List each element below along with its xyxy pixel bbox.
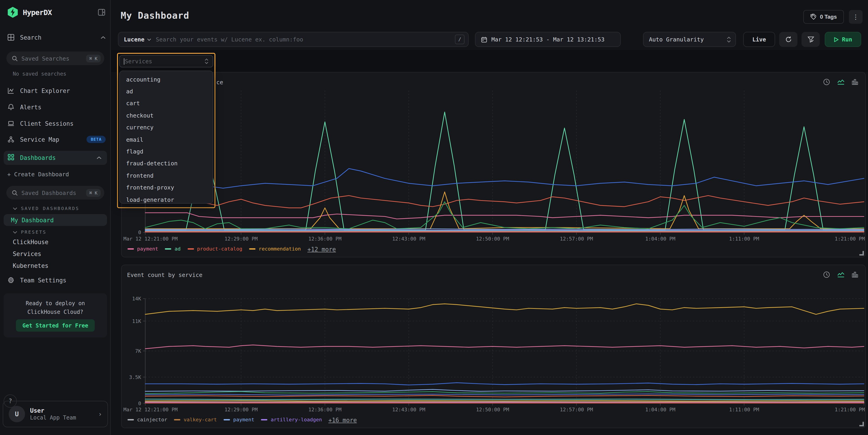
bar-chart-toggle-icon[interactable] [851, 271, 859, 279]
legend-item: ad [165, 246, 181, 252]
bell-icon [7, 103, 14, 111]
service-option[interactable]: email [120, 133, 213, 146]
legend-item: valkey-cart [174, 417, 217, 423]
event-search-input[interactable] [156, 36, 451, 43]
saved-searches-search[interactable]: ⌘ K [6, 52, 104, 65]
svg-text:Mar 12 12:21:00 PM: Mar 12 12:21:00 PM [123, 407, 178, 412]
sidebar-item-service-map[interactable]: Service Map BETA [7, 134, 106, 145]
legend-item: payment [127, 246, 158, 252]
preset-dashboard-link[interactable]: ClickHouse [13, 239, 49, 246]
sidebar: HyperDX Search ⌘ K No saved searches Cha… [0, 0, 111, 435]
sidebar-item-alerts[interactable]: Alerts [7, 101, 106, 113]
panel-resize-handle[interactable] [859, 422, 864, 426]
section-saved-dashboards[interactable]: SAVED DASHBOARDS [13, 206, 80, 211]
dashboards-icon [7, 154, 14, 162]
saved-dashboards-input[interactable] [22, 189, 83, 196]
service-option[interactable]: fraud-detection [120, 157, 213, 169]
line-chart-toggle-icon[interactable] [837, 79, 845, 86]
chart-panel-latency-by-service: 0Mar 12 12:21:00 PM12:29:00 PM12:36:00 P… [121, 72, 866, 257]
line-chart-toggle-icon[interactable] [837, 271, 845, 279]
dashboard-menu-button[interactable]: ⋮ [849, 10, 863, 24]
run-button[interactable]: Run [825, 32, 861, 47]
legend-more-link[interactable]: +16 more [328, 417, 357, 424]
time-range-value: Mar 12 12:21:53 - Mar 12 13:21:53 [491, 36, 604, 43]
svg-text:1:21:00 PM: 1:21:00 PM [835, 236, 865, 242]
promo-text: Ready to deploy on ClickHouse Cloud? [4, 293, 107, 316]
svg-text:1:11:00 PM: 1:11:00 PM [729, 236, 759, 242]
legend-item: artillery-loadgen [261, 417, 322, 423]
service-option[interactable]: load-generator [120, 194, 213, 204]
chart-legend: payment ad product-catalog recommendatio… [127, 246, 301, 252]
granularity-value: Auto Granularity [649, 36, 704, 43]
panel-title: Event count by service [127, 272, 203, 278]
sidebar-collapse-icon[interactable] [97, 8, 106, 17]
bar-chart-toggle-icon[interactable] [851, 79, 859, 86]
search-icon [12, 55, 18, 61]
svg-text:1:11:00 PM: 1:11:00 PM [729, 407, 759, 412]
legend-label: payment [233, 417, 254, 423]
service-option[interactable]: ad [120, 85, 213, 97]
sidebar-item-client-sessions[interactable]: Client Sessions [7, 118, 106, 129]
service-option[interactable]: frontend-proxy [120, 182, 213, 194]
legend-more-link[interactable]: +12 more [307, 246, 336, 253]
event-search-bar: Lucene / [118, 32, 469, 47]
chevron-down-icon [147, 38, 151, 41]
no-saved-searches-text: No saved searches [13, 71, 66, 77]
service-option[interactable]: flagd [120, 146, 213, 158]
query-language-select[interactable]: Lucene [124, 36, 151, 43]
user-menu[interactable]: U User Local App Team › [3, 401, 108, 427]
time-range-picker[interactable]: Mar 12 12:21:53 - Mar 12 13:21:53 [475, 32, 621, 47]
sidebar-item-label: Search [20, 34, 41, 41]
saved-searches-input[interactable] [22, 55, 83, 62]
chart-explorer-icon [7, 87, 14, 95]
search-grid-icon [7, 33, 14, 41]
services-placeholder: Services [125, 58, 205, 65]
search-icon [12, 190, 18, 196]
legend-swatch [127, 248, 134, 250]
legend-item: cainjector [127, 417, 167, 423]
preset-dashboard-link[interactable]: Kubernetes [13, 262, 49, 269]
svg-text:12:57:00 PM: 12:57:00 PM [560, 236, 593, 242]
service-option[interactable]: checkout [120, 109, 213, 121]
text-caret [124, 58, 124, 64]
beta-badge: BETA [87, 136, 106, 143]
service-option[interactable]: accounting [120, 73, 213, 85]
chevron-updown-icon [727, 36, 731, 42]
sidebar-item-label: Service Map [20, 136, 59, 143]
clock-icon[interactable] [823, 271, 831, 279]
legend-label: ad [175, 246, 181, 252]
service-option[interactable]: cart [120, 97, 213, 110]
sidebar-item-dashboards[interactable]: Dashboards [4, 151, 107, 165]
tags-button[interactable]: 0 Tags [803, 10, 844, 24]
section-presets[interactable]: PRESETS [13, 229, 46, 235]
service-map-icon [7, 135, 14, 143]
filter-button[interactable] [802, 32, 820, 47]
chevron-updown-icon [205, 58, 209, 64]
kebab-icon: ⋮ [852, 13, 859, 21]
panel-title-fragment: ce [216, 79, 223, 86]
chart-panel-event-count-by-service: 03.5K7K11K14KMar 12 12:21:00 PM12:29:00 … [121, 265, 866, 428]
live-button[interactable]: Live [743, 32, 775, 47]
sidebar-item-search[interactable]: Search [7, 32, 106, 43]
clock-icon[interactable] [823, 79, 831, 86]
sidebar-item-chart-explorer[interactable]: Chart Explorer [7, 85, 106, 96]
legend-swatch [165, 248, 172, 250]
services-select[interactable]: Services [119, 55, 213, 67]
granularity-select[interactable]: Auto Granularity [643, 32, 736, 47]
sidebar-item-label: Chart Explorer [20, 87, 70, 94]
service-option[interactable]: currency [120, 121, 213, 133]
saved-dashboards-search[interactable]: ⌘ K [6, 186, 104, 199]
get-started-button[interactable]: Get Started for Free [16, 319, 95, 332]
svg-text:1:04:00 PM: 1:04:00 PM [645, 236, 675, 242]
refresh-button[interactable] [779, 32, 798, 47]
preset-dashboard-link[interactable]: Services [13, 251, 41, 257]
svg-text:12:29:00 PM: 12:29:00 PM [224, 236, 257, 242]
create-dashboard-button[interactable]: + Create Dashboard [7, 171, 69, 178]
legend-swatch [187, 248, 194, 250]
service-option[interactable]: frontend [120, 169, 213, 182]
sidebar-item-team-settings[interactable]: Team Settings [7, 275, 106, 286]
svg-text:12:43:00 PM: 12:43:00 PM [392, 407, 425, 412]
sidebar-item-my-dashboard[interactable]: My Dashboard [4, 214, 107, 226]
page-title: My Dashboard [121, 10, 189, 21]
panel-resize-handle[interactable] [859, 251, 864, 255]
